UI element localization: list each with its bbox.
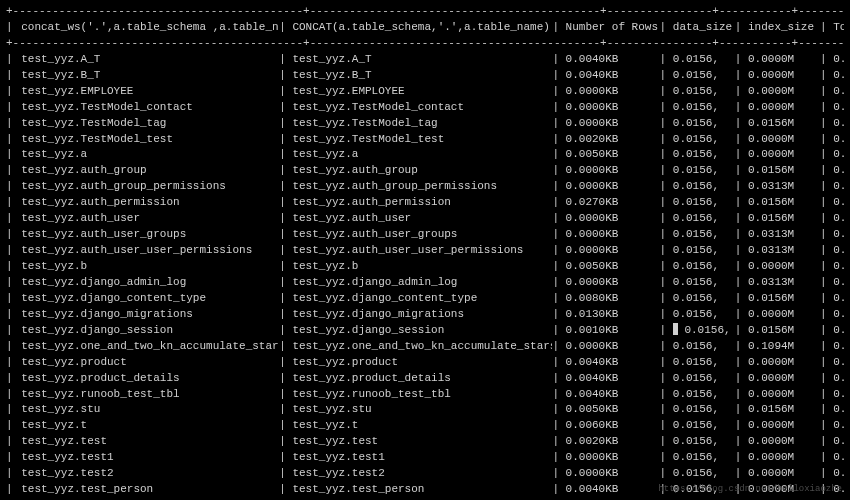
- cell-total: 0.0156M: [833, 434, 844, 450]
- cell-name1: test_yyz.test_person: [19, 482, 279, 498]
- cell-index-size: 0.0000M: [748, 434, 820, 450]
- cell-rows: 0.0010KB: [566, 323, 660, 339]
- cell-data-size: 0.0156,: [673, 434, 735, 450]
- cell-name1: test_yyz.b: [19, 259, 279, 275]
- cell-rows: 0.0050KB: [566, 402, 660, 418]
- cell-data-size: 0.0156,: [673, 147, 735, 163]
- cell-index-size: 0.0000M: [748, 100, 820, 116]
- table-row: | test_yyz.runoob_test_tbl| test_yyz.run…: [6, 387, 844, 403]
- cell-name1: test_yyz.django_session: [19, 323, 279, 339]
- table-row: | test_yyz.one_and_two_kn_accumulate_sta…: [6, 339, 844, 355]
- cell-data-size: 0.0156,: [673, 371, 735, 387]
- cell-index-size: 0.0156M: [748, 211, 820, 227]
- cell-data-size: 0.0156,: [673, 291, 735, 307]
- cell-rows: 0.0270KB: [566, 195, 660, 211]
- cell-name1: test_yyz.A_T: [19, 52, 279, 68]
- cell-total: 0.0313M: [833, 195, 844, 211]
- cell-name1: test_yyz.auth_user: [19, 211, 279, 227]
- cell-data-size: 0.0156,: [673, 163, 735, 179]
- cell-data-size: 0.0156,: [673, 259, 735, 275]
- cell-rows: 0.0130KB: [566, 307, 660, 323]
- cell-name1: test_yyz.django_content_type: [19, 291, 279, 307]
- cell-rows: 0.0040KB: [566, 482, 660, 498]
- cell-data-size: 0.0156,: [673, 52, 735, 68]
- cell-rows: 0.0040KB: [566, 387, 660, 403]
- table-row: | test_yyz.t| test_yyz.t| 0.0060KB| 0.01…: [6, 418, 844, 434]
- table-row: | test_yyz.auth_group| test_yyz.auth_gro…: [6, 163, 844, 179]
- cell-total: 0.0156M: [833, 307, 844, 323]
- column-header: data_size: [673, 20, 735, 36]
- cell-rows: 0.0000KB: [566, 275, 660, 291]
- cell-rows: 0.0000KB: [566, 339, 660, 355]
- cell-data-size: 0.0156,: [673, 402, 735, 418]
- cell-name2: test_yyz.b: [292, 259, 552, 275]
- cell-data-size: 0.0156,: [673, 418, 735, 434]
- cell-total: 0.0156M: [833, 259, 844, 275]
- table-row: | test_yyz.auth_user| test_yyz.auth_user…: [6, 211, 844, 227]
- cell-name1: test_yyz.django_migrations: [19, 307, 279, 323]
- cell-name1: test_yyz.auth_user_user_permissions: [19, 243, 279, 259]
- table-row: | test_yyz.product| test_yyz.product| 0.…: [6, 355, 844, 371]
- cell-name2: test_yyz.django_admin_log: [292, 275, 552, 291]
- cell-rows: 0.0020KB: [566, 132, 660, 148]
- cell-total: 0.0156M: [833, 418, 844, 434]
- cell-rows: 0.0060KB: [566, 418, 660, 434]
- cell-index-size: 0.0000M: [748, 466, 820, 482]
- cell-data-size: 0.0156,: [673, 387, 735, 403]
- cell-rows: 0.0040KB: [566, 371, 660, 387]
- cell-index-size: 0.0000M: [748, 307, 820, 323]
- cell-total: 0.0156M: [833, 84, 844, 100]
- cell-name1: test_yyz.product_details: [19, 371, 279, 387]
- cell-name2: test_yyz.one_and_two_kn_accumulate_stars: [292, 339, 552, 355]
- cell-rows: 0.0040KB: [566, 355, 660, 371]
- cell-rows: 0.0050KB: [566, 147, 660, 163]
- cell-name1: test_yyz.test2: [19, 466, 279, 482]
- cell-index-size: 0.0156M: [748, 291, 820, 307]
- cell-name1: test_yyz.test: [19, 434, 279, 450]
- cell-rows: 0.0000KB: [566, 211, 660, 227]
- cell-total: 0.0156M: [833, 387, 844, 403]
- cell-total: 0.1250M: [833, 339, 844, 355]
- cell-name1: test_yyz.product: [19, 355, 279, 371]
- table-row: | test_yyz.TestModel_test| test_yyz.Test…: [6, 132, 844, 148]
- cell-total: 0.0156M: [833, 100, 844, 116]
- cell-index-size: 0.0156M: [748, 323, 820, 339]
- text-cursor: [673, 323, 678, 335]
- cell-name2: test_yyz.test1: [292, 450, 552, 466]
- cell-index-size: 0.0000M: [748, 147, 820, 163]
- cell-name2: test_yyz.TestModel_contact: [292, 100, 552, 116]
- cell-index-size: 0.0000M: [748, 259, 820, 275]
- cell-data-size: 0.0156,: [673, 450, 735, 466]
- cell-data-size: 0.0156,: [673, 68, 735, 84]
- cell-index-size: 0.0156M: [748, 195, 820, 211]
- table-row: | test_yyz.A_T| test_yyz.A_T| 0.0040KB| …: [6, 52, 844, 68]
- cell-total: 0.0156M: [833, 466, 844, 482]
- cell-rows: 0.0000KB: [566, 84, 660, 100]
- cell-index-size: 0.0000M: [748, 68, 820, 84]
- cell-name2: test_yyz.django_content_type: [292, 291, 552, 307]
- cell-rows: 0.0000KB: [566, 179, 660, 195]
- cell-name1: test_yyz.TestModel_test: [19, 132, 279, 148]
- cell-name1: test_yyz.EMPLOYEE: [19, 84, 279, 100]
- cell-name2: test_yyz.auth_user_user_permissions: [292, 243, 552, 259]
- cell-name2: test_yyz.test2: [292, 466, 552, 482]
- cell-total: 0.0313M: [833, 402, 844, 418]
- table-header: | concat_ws('.',a.table_schema ,a.table_…: [6, 20, 844, 36]
- cell-total: 0.0156M: [833, 147, 844, 163]
- cell-index-size: 0.0000M: [748, 387, 820, 403]
- cell-name2: test_yyz.TestModel_test: [292, 132, 552, 148]
- table-row: | test_yyz.b| test_yyz.b| 0.0050KB| 0.01…: [6, 259, 844, 275]
- cell-name1: test_yyz.auth_permission: [19, 195, 279, 211]
- cell-name2: test_yyz.B_T: [292, 68, 552, 84]
- cell-name1: test_yyz.stu: [19, 402, 279, 418]
- cell-rows: 0.0000KB: [566, 100, 660, 116]
- cell-rows: 0.0000KB: [566, 466, 660, 482]
- table-row: | test_yyz.stu| test_yyz.stu| 0.0050KB| …: [6, 402, 844, 418]
- column-header: CONCAT(a.table_schema,'.',a.table_name): [292, 20, 552, 36]
- cell-total: 0.0156M: [833, 68, 844, 84]
- table-row: | test_yyz.EMPLOYEE| test_yyz.EMPLOYEE| …: [6, 84, 844, 100]
- table-row: | test_yyz.auth_permission| test_yyz.aut…: [6, 195, 844, 211]
- cell-index-size: 0.0000M: [748, 371, 820, 387]
- cell-name2: test_yyz.auth_group_permissions: [292, 179, 552, 195]
- table-row: | test_yyz.a| test_yyz.a| 0.0050KB| 0.01…: [6, 147, 844, 163]
